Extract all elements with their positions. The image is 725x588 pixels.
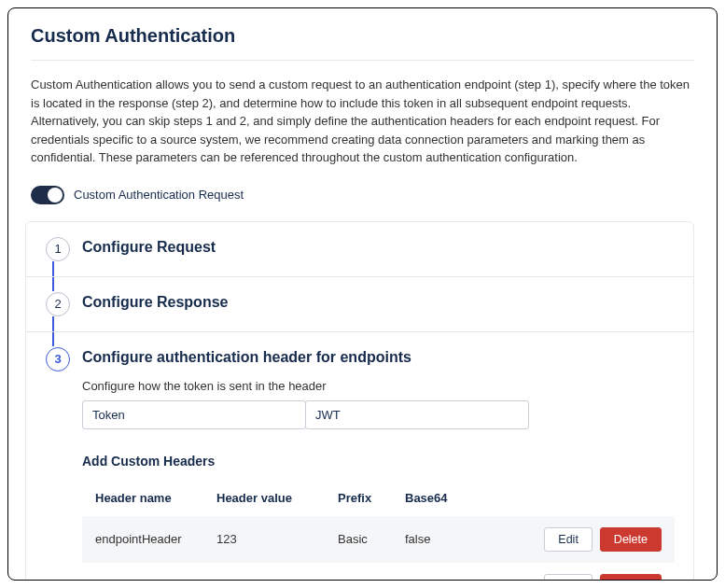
row-actions: Edit Delete <box>498 574 662 581</box>
step-1-circle: 1 <box>46 237 70 261</box>
steps-card: 1 Configure Request 2 Configure Response <box>25 221 694 581</box>
token-input-row <box>82 400 675 429</box>
step-3: 3 Configure authentication header for en… <box>26 331 693 581</box>
step-2[interactable]: 2 Configure Response <box>26 276 693 331</box>
cell-header-value: 123 <box>216 532 338 546</box>
cell-header-name: anotherHeader <box>95 579 216 581</box>
cell-base64: false <box>405 532 498 546</box>
toggle-row: Custom Authentication Request <box>31 186 694 204</box>
step-3-title: Configure authentication header for endp… <box>82 349 675 366</box>
step-1-title: Configure Request <box>82 239 675 256</box>
col-header-name: Header name <box>95 491 216 505</box>
col-header-base64: Base64 <box>405 491 498 505</box>
custom-headers-table: Header name Header value Prefix Base64 e… <box>82 480 675 581</box>
toggle-knob <box>48 188 63 203</box>
cell-prefix: Basic <box>338 532 405 546</box>
step-3-circle: 3 <box>46 347 70 371</box>
divider <box>31 60 694 61</box>
table-header-row: Header name Header value Prefix Base64 <box>82 480 675 516</box>
step-3-subtitle: Configure how the token is sent in the h… <box>82 379 675 393</box>
step-2-circle: 2 <box>46 292 70 316</box>
col-header-value: Header value <box>216 491 338 505</box>
step-2-title: Configure Response <box>82 294 675 311</box>
page-title: Custom Authentication <box>31 25 694 47</box>
edit-button[interactable]: Edit <box>544 527 593 552</box>
description-text: Custom Authentication allows you to send… <box>31 76 694 167</box>
row-actions: Edit Delete <box>498 527 662 552</box>
custom-auth-toggle[interactable] <box>31 186 64 204</box>
table-row: anotherHeader header-value false Edit De… <box>82 563 675 581</box>
delete-button[interactable]: Delete <box>600 527 662 552</box>
table-row: endpointHeader 123 Basic false Edit Dele… <box>82 516 675 563</box>
custom-headers-heading: Add Custom Headers <box>82 454 675 469</box>
col-header-prefix: Prefix <box>338 491 405 505</box>
cell-header-name: endpointHeader <box>95 532 216 546</box>
token-name-input[interactable] <box>82 400 306 429</box>
token-type-input[interactable] <box>305 400 529 429</box>
cell-header-value: header-value <box>216 579 338 581</box>
toggle-label: Custom Authentication Request <box>74 188 244 202</box>
edit-button[interactable]: Edit <box>544 574 593 581</box>
cell-base64: false <box>405 579 498 581</box>
step-1[interactable]: 1 Configure Request <box>26 222 693 276</box>
delete-button[interactable]: Delete <box>600 574 662 581</box>
